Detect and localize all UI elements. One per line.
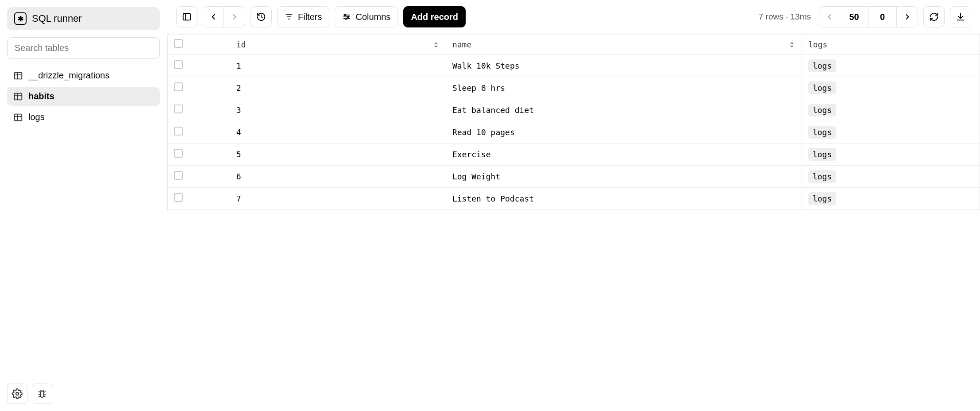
nav-forward-button[interactable] bbox=[224, 6, 245, 27]
page-offset-button[interactable]: 0 bbox=[868, 6, 897, 27]
table-list: __drizzle_migrationshabitslogs bbox=[7, 66, 160, 127]
svg-rect-3 bbox=[15, 93, 22, 100]
logs-badge[interactable]: logs bbox=[808, 104, 836, 116]
row-checkbox[interactable] bbox=[174, 105, 183, 113]
logs-badge[interactable]: logs bbox=[808, 148, 836, 161]
cell-logs[interactable]: logs bbox=[802, 121, 980, 143]
sidebar-table-item[interactable]: __drizzle_migrations bbox=[7, 66, 160, 85]
filters-button[interactable]: Filters bbox=[277, 6, 329, 27]
select-all-checkbox[interactable] bbox=[174, 39, 183, 48]
cell-id[interactable]: 3 bbox=[230, 99, 446, 121]
table-body: 1Walk 10k Stepslogs2Sleep 8 hrslogs3Eat … bbox=[168, 55, 980, 210]
download-button[interactable] bbox=[950, 6, 971, 27]
columns-label: Columns bbox=[355, 12, 390, 22]
table-row[interactable]: 6Log Weightlogs bbox=[168, 166, 980, 188]
row-checkbox[interactable] bbox=[174, 60, 183, 69]
cell-logs[interactable]: logs bbox=[802, 143, 980, 166]
gear-icon bbox=[12, 388, 23, 399]
sidebar: ✱ SQL runner __drizzle_migrationshabitsl… bbox=[0, 0, 167, 411]
cell-id[interactable]: 6 bbox=[230, 166, 446, 188]
sidebar-table-label: habits bbox=[28, 91, 54, 101]
filters-label: Filters bbox=[298, 12, 322, 22]
cell-logs[interactable]: logs bbox=[802, 166, 980, 188]
page-next-button[interactable] bbox=[897, 6, 918, 27]
cell-logs[interactable]: logs bbox=[802, 99, 980, 121]
sort-icon bbox=[432, 41, 440, 48]
page-size-value: 50 bbox=[849, 12, 859, 22]
sort-icon bbox=[788, 41, 795, 48]
row-checkbox[interactable] bbox=[174, 82, 183, 91]
row-count-status: 7 rows · 13ms bbox=[759, 12, 811, 22]
sliders-icon bbox=[342, 12, 351, 21]
cell-id[interactable]: 5 bbox=[230, 143, 446, 166]
cell-logs[interactable]: logs bbox=[802, 77, 980, 99]
sidebar-table-label: logs bbox=[28, 112, 45, 122]
sidebar-table-item[interactable]: habits bbox=[7, 87, 160, 106]
row-checkbox[interactable] bbox=[174, 149, 183, 158]
table-row[interactable]: 5Exerciselogs bbox=[168, 143, 980, 166]
debug-button[interactable] bbox=[32, 384, 52, 404]
cell-name[interactable]: Read 10 pages bbox=[446, 121, 802, 143]
cell-logs[interactable]: logs bbox=[802, 188, 980, 210]
refresh-button[interactable] bbox=[923, 6, 945, 27]
data-table: id name logs bbox=[167, 34, 980, 210]
svg-rect-0 bbox=[15, 72, 22, 79]
add-record-button[interactable]: Add record bbox=[403, 6, 466, 27]
main: Filters Columns Add record 7 rows · 13ms… bbox=[167, 0, 980, 411]
cell-name[interactable]: Eat balanced diet bbox=[446, 99, 802, 121]
table-row[interactable]: 7Listen to Podcastlogs bbox=[168, 188, 980, 210]
search-tables-wrap bbox=[7, 37, 160, 59]
table-row[interactable]: 2Sleep 8 hrslogs bbox=[168, 77, 980, 99]
row-checkbox[interactable] bbox=[174, 171, 183, 180]
cell-logs[interactable]: logs bbox=[802, 55, 980, 77]
cell-name[interactable]: Sleep 8 hrs bbox=[446, 77, 802, 99]
cell-name[interactable]: Walk 10k Steps bbox=[446, 55, 802, 77]
column-name-label: name bbox=[452, 40, 471, 49]
page-offset-value: 0 bbox=[880, 12, 885, 22]
sidebar-table-item[interactable]: logs bbox=[7, 108, 160, 127]
add-record-label: Add record bbox=[411, 12, 458, 22]
settings-button[interactable] bbox=[7, 384, 27, 404]
cell-id[interactable]: 2 bbox=[230, 77, 446, 99]
svg-rect-11 bbox=[183, 14, 191, 20]
cell-name[interactable]: Exercise bbox=[446, 143, 802, 166]
page-prev-button[interactable] bbox=[819, 6, 840, 27]
nav-back-button[interactable] bbox=[203, 6, 224, 27]
column-header-logs[interactable]: logs bbox=[802, 35, 980, 55]
row-checkbox[interactable] bbox=[174, 127, 183, 136]
select-all-header[interactable] bbox=[168, 35, 230, 55]
logs-badge[interactable]: logs bbox=[808, 126, 836, 139]
cell-id[interactable]: 1 bbox=[230, 55, 446, 77]
sidebar-bottom bbox=[7, 384, 160, 404]
svg-point-21 bbox=[345, 18, 347, 19]
cell-name[interactable]: Listen to Podcast bbox=[446, 188, 802, 210]
pagination-group: 50 0 bbox=[819, 6, 918, 27]
cell-id[interactable]: 4 bbox=[230, 121, 446, 143]
logs-badge[interactable]: logs bbox=[808, 170, 836, 183]
cell-id[interactable]: 7 bbox=[230, 188, 446, 210]
asterisk-icon: ✱ bbox=[14, 12, 27, 25]
refresh-icon bbox=[929, 12, 939, 22]
sql-runner-label: SQL runner bbox=[32, 13, 82, 24]
sql-runner-button[interactable]: ✱ SQL runner bbox=[7, 7, 160, 30]
columns-button[interactable]: Columns bbox=[335, 6, 398, 27]
row-checkbox[interactable] bbox=[174, 193, 183, 202]
cell-name[interactable]: Log Weight bbox=[446, 166, 802, 188]
table-row[interactable]: 1Walk 10k Stepslogs bbox=[168, 55, 980, 77]
table-row[interactable]: 4Read 10 pageslogs bbox=[168, 121, 980, 143]
table-icon bbox=[13, 71, 23, 81]
svg-point-20 bbox=[347, 16, 349, 17]
chevron-right-icon bbox=[230, 12, 239, 21]
logs-badge[interactable]: logs bbox=[808, 81, 836, 94]
column-header-id[interactable]: id bbox=[230, 35, 446, 55]
history-button[interactable] bbox=[251, 6, 272, 27]
logs-badge[interactable]: logs bbox=[808, 192, 836, 205]
column-id-label: id bbox=[236, 40, 246, 49]
column-header-name[interactable]: name bbox=[446, 35, 802, 55]
filter-icon bbox=[285, 12, 293, 21]
toggle-sidebar-button[interactable] bbox=[176, 6, 197, 27]
page-size-button[interactable]: 50 bbox=[840, 6, 868, 27]
table-row[interactable]: 3Eat balanced dietlogs bbox=[168, 99, 980, 121]
search-tables-input[interactable] bbox=[15, 43, 152, 53]
logs-badge[interactable]: logs bbox=[808, 59, 836, 72]
